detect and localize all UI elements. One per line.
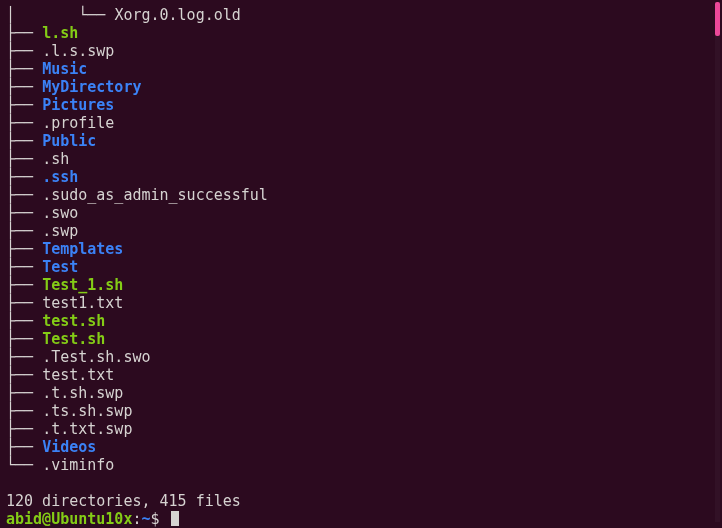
tree-branch-icon: ├── — [6, 132, 42, 150]
tree-row: ├── l.sh — [6, 24, 716, 42]
file-name: .Test.sh.swo — [42, 348, 150, 366]
tree-output: │ └── Xorg.0.log.old├── l.sh├── .l.s.swp… — [6, 6, 716, 474]
file-name: test1.txt — [42, 294, 123, 312]
executable-name: l.sh — [42, 24, 78, 42]
tree-branch-icon: ├── — [6, 24, 42, 42]
tree-branch-icon: ├── — [6, 60, 42, 78]
directory-name: Videos — [42, 438, 96, 456]
scrollbar-thumb[interactable] — [715, 2, 720, 36]
tree-branch-icon: ├── — [6, 258, 42, 276]
shell-prompt[interactable]: abid@Ubuntu10x:~$ — [6, 510, 716, 528]
scrollbar-track[interactable] — [715, 2, 720, 522]
file-name: .profile — [42, 114, 114, 132]
tree-row: ├── Templates — [6, 240, 716, 258]
executable-name: Test.sh — [42, 330, 105, 348]
file-name: .sudo_as_admin_successful — [42, 186, 268, 204]
prompt-dollar: $ — [151, 510, 169, 528]
tree-branch-icon: ├── — [6, 276, 42, 294]
tree-row: ├── .profile — [6, 114, 716, 132]
tree-branch-icon: ├── — [6, 168, 42, 186]
tree-summary: 120 directories, 415 files — [6, 492, 716, 510]
tree-branch-icon: ├── — [6, 96, 42, 114]
tree-row: ├── Test_1.sh — [6, 276, 716, 294]
file-name: .swp — [42, 222, 78, 240]
tree-branch-icon: ├── — [6, 402, 42, 420]
tree-branch-icon: ├── — [6, 186, 42, 204]
file-name: .viminfo — [42, 456, 114, 474]
file-name: .ts.sh.swp — [42, 402, 132, 420]
tree-branch-icon: ├── — [6, 294, 42, 312]
file-name: Xorg.0.log.old — [114, 6, 240, 24]
file-name: .swo — [42, 204, 78, 222]
tree-branch-icon: ├── — [6, 150, 42, 168]
tree-row: ├── .t.txt.swp — [6, 420, 716, 438]
file-name: test.txt — [42, 366, 114, 384]
file-name: .t.txt.swp — [42, 420, 132, 438]
file-name: .l.s.swp — [42, 42, 114, 60]
tree-row: ├── .swo — [6, 204, 716, 222]
directory-name: Pictures — [42, 96, 114, 114]
directory-name: Templates — [42, 240, 123, 258]
tree-branch-icon: ├── — [6, 78, 42, 96]
tree-branch-icon: ├── — [6, 420, 42, 438]
directory-name: Test — [42, 258, 78, 276]
tree-row: ├── Test.sh — [6, 330, 716, 348]
tree-row: ├── .t.sh.swp — [6, 384, 716, 402]
tree-branch-icon: ├── — [6, 42, 42, 60]
executable-name: Test_1.sh — [42, 276, 123, 294]
tree-branch-icon: ├── — [6, 366, 42, 384]
prompt-cwd: ~ — [141, 510, 150, 528]
tree-branch-icon: └── — [6, 456, 42, 474]
tree-row: ├── .sh — [6, 150, 716, 168]
tree-row: ├── Videos — [6, 438, 716, 456]
tree-row: ├── test.sh — [6, 312, 716, 330]
tree-branch-icon: ├── — [6, 438, 42, 456]
tree-branch-icon: ├── — [6, 348, 42, 366]
tree-row: ├── .swp — [6, 222, 716, 240]
directory-name: .ssh — [42, 168, 78, 186]
tree-row: ├── .l.s.swp — [6, 42, 716, 60]
tree-branch-icon: ├── — [6, 222, 42, 240]
tree-branch-icon: ├── — [6, 240, 42, 258]
tree-row: ├── Pictures — [6, 96, 716, 114]
tree-row: ├── MyDirectory — [6, 78, 716, 96]
tree-row: ├── Public — [6, 132, 716, 150]
file-name: .t.sh.swp — [42, 384, 123, 402]
tree-branch-icon: ├── — [6, 204, 42, 222]
tree-row: ├── test1.txt — [6, 294, 716, 312]
tree-row: ├── .Test.sh.swo — [6, 348, 716, 366]
tree-row: ├── Test — [6, 258, 716, 276]
tree-row: ├── Music — [6, 60, 716, 78]
tree-branch-icon: │ └── — [6, 6, 114, 24]
executable-name: test.sh — [42, 312, 105, 330]
tree-branch-icon: ├── — [6, 114, 42, 132]
tree-branch-icon: ├── — [6, 330, 42, 348]
tree-branch-icon: ├── — [6, 312, 42, 330]
tree-row: ├── test.txt — [6, 366, 716, 384]
file-name: .sh — [42, 150, 69, 168]
cursor-icon — [171, 511, 179, 526]
directory-name: MyDirectory — [42, 78, 141, 96]
tree-row: ├── .ssh — [6, 168, 716, 186]
tree-branch-icon: ├── — [6, 384, 42, 402]
tree-row: ├── .ts.sh.swp — [6, 402, 716, 420]
prompt-user-host: abid@Ubuntu10x — [6, 510, 132, 528]
tree-row: ├── .sudo_as_admin_successful — [6, 186, 716, 204]
tree-row: │ └── Xorg.0.log.old — [6, 6, 716, 24]
directory-name: Public — [42, 132, 96, 150]
tree-row: └── .viminfo — [6, 456, 716, 474]
directory-name: Music — [42, 60, 87, 78]
